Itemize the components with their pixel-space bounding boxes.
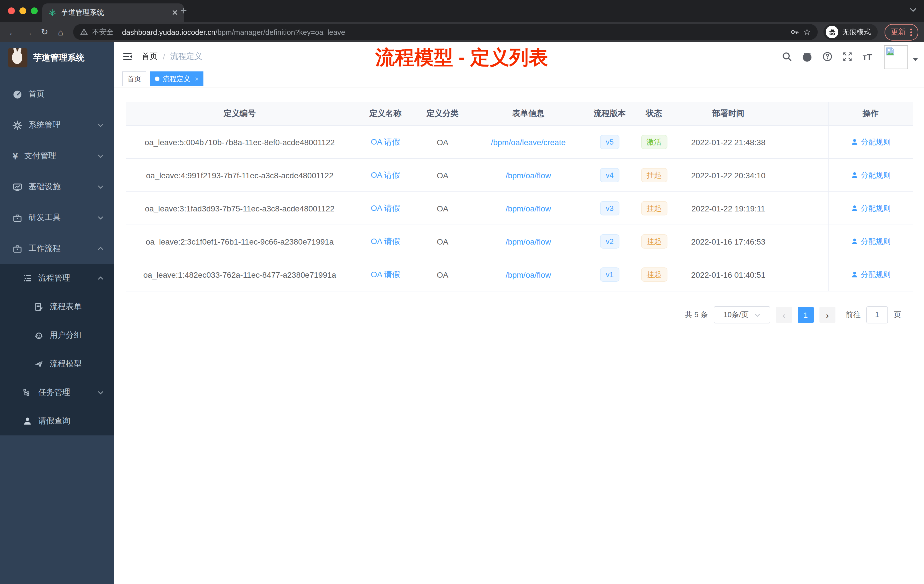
url-host: dashboard.yudao.iocoder.cn <box>122 28 215 36</box>
assign-rule-link[interactable]: 分配规则 <box>851 269 891 280</box>
chevron-down-icon <box>97 389 104 396</box>
tiered-list-icon <box>23 274 32 283</box>
breadcrumb-home[interactable]: 首页 <box>142 51 158 62</box>
monitor-icon <box>13 182 22 192</box>
tab-strip: 芋道管理系统 ✕ + <box>0 0 924 22</box>
back-icon[interactable]: ← <box>6 27 20 37</box>
main-area: 流程模型 - 定义列表 首页 / 流程定义 <box>114 42 924 584</box>
tree-icon <box>23 388 32 397</box>
navbar-actions: тT <box>782 42 918 71</box>
goto-page-input[interactable]: 1 <box>866 306 888 323</box>
search-icon[interactable] <box>782 51 792 62</box>
sidebar-item-system[interactable]: 系统管理 <box>0 110 114 140</box>
address-bar[interactable]: 不安全 dashboard.yudao.iocoder.cn/bpm/manag… <box>73 24 818 40</box>
sidebar-item-home[interactable]: 首页 <box>0 79 114 110</box>
avatar-broken-image <box>884 45 908 69</box>
form-link[interactable]: /bpm/oa/flow <box>506 237 551 246</box>
sidebar-item-workflow[interactable]: 工作流程 <box>0 233 114 264</box>
logo-avatar <box>8 48 27 68</box>
definition-id: oa_leave:1:482ec033-762a-11ec-8477-a2380… <box>125 270 354 279</box>
reload-icon[interactable]: ↻ <box>38 27 51 37</box>
url-text[interactable]: dashboard.yudao.iocoder.cn/bpm/manager/d… <box>122 28 345 36</box>
col-header-category: 定义分类 <box>417 109 468 119</box>
definition-category: OA <box>417 237 468 246</box>
page-size-select[interactable]: 10条/页 <box>714 306 770 323</box>
key-icon[interactable] <box>790 27 799 36</box>
zoom-window-button[interactable] <box>31 7 38 14</box>
page-number-1[interactable]: 1 <box>798 307 814 323</box>
fullscreen-icon[interactable] <box>843 51 853 62</box>
sidebar-item-devtools[interactable]: 研发工具 <box>0 202 114 233</box>
definition-name-link[interactable]: OA 请假 <box>371 170 400 179</box>
definition-name-link[interactable]: OA 请假 <box>371 236 400 246</box>
sidebar-item-label: 系统管理 <box>28 120 91 130</box>
assign-rule-link[interactable]: 分配规则 <box>851 236 891 247</box>
assign-rule-link[interactable]: 分配规则 <box>851 137 891 147</box>
assign-rule-link[interactable]: 分配规则 <box>851 170 891 180</box>
user-avatar[interactable] <box>884 44 918 69</box>
definition-name-link[interactable]: OA 请假 <box>371 269 400 279</box>
table-row: oa_leave:4:991f2193-7b7f-11ec-a3c8-acde4… <box>125 159 913 192</box>
sidebar-item-leave-query[interactable]: 请假查询 <box>0 407 114 436</box>
bookmark-star-icon[interactable]: ☆ <box>803 27 811 37</box>
definition-name-link[interactable]: OA 请假 <box>371 203 400 212</box>
sidebar-item-payment[interactable]: ¥ 支付管理 <box>0 140 114 172</box>
sidebar: 芋道管理系统 首页 系统管理 <box>0 42 114 584</box>
tag-home[interactable]: 首页 <box>122 71 146 86</box>
assign-rule-link[interactable]: 分配规则 <box>851 203 891 213</box>
deploy-time: 2022-01-22 20:34:10 <box>677 171 780 180</box>
sidebar-item-process-model[interactable]: 流程模型 <box>0 350 114 378</box>
sidebar-item-process-form[interactable]: 流程表单 <box>0 292 114 321</box>
security-label[interactable]: 不安全 <box>92 27 114 37</box>
fold-sidebar-icon[interactable] <box>122 51 132 62</box>
deploy-time: 2022-01-16 01:40:51 <box>677 270 780 279</box>
tag-label: 首页 <box>127 74 141 84</box>
definition-category: OA <box>417 270 468 279</box>
forward-icon[interactable]: → <box>22 27 35 37</box>
sidebar-item-user-group[interactable]: 用户分组 <box>0 321 114 350</box>
next-page-button[interactable]: › <box>819 307 835 323</box>
close-window-button[interactable] <box>8 7 15 14</box>
tags-view: 首页 流程定义 × <box>114 71 924 87</box>
definition-name-link[interactable]: OA 请假 <box>371 137 400 146</box>
form-link[interactable]: /bpm/oa/flow <box>506 204 551 213</box>
url-path: /bpm/manager/definition?key=oa_leave <box>215 28 345 36</box>
chevron-down-icon <box>754 312 761 318</box>
prev-page-button[interactable]: ‹ <box>776 307 792 323</box>
sidebar-item-task-mgmt[interactable]: 任务管理 <box>0 378 114 407</box>
chevron-up-icon <box>97 275 104 282</box>
version-badge: v4 <box>600 168 619 182</box>
definition-table: 定义编号 定义名称 定义分类 表单信息 流程版本 状态 部署时间 操作 oa_l… <box>125 102 913 292</box>
close-icon[interactable]: × <box>195 76 198 82</box>
col-header-actions: 操作 <box>828 102 913 125</box>
sidebar-item-process-mgmt[interactable]: 流程管理 <box>0 264 114 292</box>
form-link[interactable]: /bpm/oa/flow <box>506 171 551 180</box>
sidebar-logo[interactable]: 芋道管理系统 <box>0 42 114 72</box>
new-tab-button[interactable]: + <box>181 5 187 17</box>
minimize-window-button[interactable] <box>20 7 26 14</box>
toolbox-icon <box>13 213 22 223</box>
github-icon[interactable] <box>802 51 813 62</box>
window-controls <box>8 7 38 14</box>
font-size-icon[interactable]: тT <box>863 52 872 61</box>
chevron-up-icon <box>97 245 104 252</box>
menu-dots-icon[interactable] <box>910 28 912 36</box>
home-icon[interactable]: ⌂ <box>54 27 68 37</box>
tab-title: 芋道管理系统 <box>61 8 167 17</box>
sidebar-item-label: 请假查询 <box>38 416 104 426</box>
tag-label: 流程定义 <box>163 74 190 84</box>
incognito-icon <box>826 26 838 38</box>
update-button[interactable]: 更新 <box>884 24 918 40</box>
tab-close-icon[interactable]: ✕ <box>172 8 178 17</box>
form-link[interactable]: /bpm/oa/flow <box>506 270 551 279</box>
sidebar-item-infra[interactable]: 基础设施 <box>0 172 114 202</box>
chevron-down-icon[interactable] <box>909 6 917 14</box>
tag-process-definition[interactable]: 流程定义 × <box>150 71 204 86</box>
browser-tab[interactable]: 芋道管理系统 ✕ <box>42 3 184 22</box>
app-title: 芋道管理系统 <box>33 52 84 63</box>
help-icon[interactable] <box>823 51 833 62</box>
annotation-title: 流程模型 - 定义列表 <box>375 45 548 71</box>
chevron-down-icon <box>97 122 104 129</box>
form-link[interactable]: /bpm/oa/leave/create <box>491 137 566 147</box>
sidebar-item-label: 流程表单 <box>50 302 104 312</box>
